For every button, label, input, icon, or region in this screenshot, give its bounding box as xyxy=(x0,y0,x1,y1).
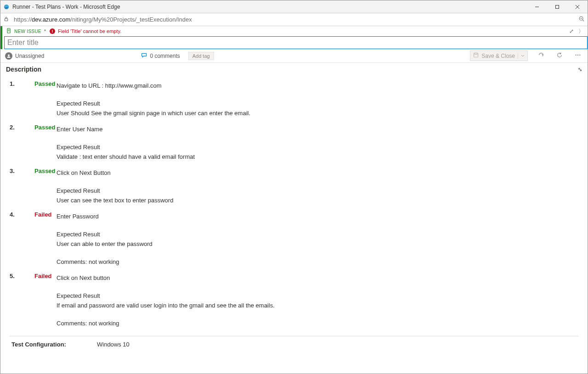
save-icon xyxy=(473,52,479,59)
add-tag-input[interactable]: Add tag xyxy=(188,52,214,60)
expected-result-label: Expected Result xyxy=(57,144,562,151)
next-icon[interactable]: 〉 xyxy=(578,28,584,35)
window-title: Runner - Test Plans - Work - Microsoft E… xyxy=(12,4,527,10)
title-input-wrap xyxy=(4,36,588,49)
close-button[interactable] xyxy=(567,0,588,13)
description-heading: Description xyxy=(6,66,41,73)
step-row: 4.FailedEnter PasswordExpected ResultUse… xyxy=(10,210,578,268)
step-row: 1.PassedNavigate to URL : http://www.gma… xyxy=(10,79,578,119)
expected-result-label: Expected Result xyxy=(57,187,562,194)
step-content: Navigate to URL : http://www.gmail.comEx… xyxy=(57,79,562,119)
save-dropdown-chevron-icon[interactable] xyxy=(518,53,525,59)
issue-type-label: NEW ISSUE xyxy=(14,29,41,34)
maximize-button[interactable] xyxy=(547,0,567,13)
description-header: Description ⤡ xyxy=(0,63,588,76)
meta-row: Unassigned 0 comments Add tag Save & Clo… xyxy=(0,49,588,63)
expected-result-label: Expected Result xyxy=(57,231,562,238)
step-row: 2.PassedEnter User NameExpected ResultVa… xyxy=(10,123,578,163)
expected-result-text: Validate : text enter should have a vali… xyxy=(57,153,562,160)
step-number: 1. xyxy=(10,79,34,119)
expand-icon[interactable]: ⤡ xyxy=(578,67,582,73)
issue-type-icon xyxy=(6,28,11,34)
step-action: Enter User Name xyxy=(57,126,562,133)
collapse-icon[interactable]: ⤢ xyxy=(569,28,574,34)
step-number: 5. xyxy=(10,272,34,329)
error-icon: ! xyxy=(50,28,55,34)
issue-status-bar: NEW ISSUE * ! Field 'Title' cannot be em… xyxy=(2,26,588,36)
minimize-button[interactable] xyxy=(527,0,547,13)
expected-result-text: User Should See the gmail signin page in… xyxy=(57,110,562,117)
step-content: Enter User NameExpected ResultValidate :… xyxy=(57,123,562,163)
svg-rect-14 xyxy=(475,53,477,55)
svg-rect-13 xyxy=(474,53,478,57)
expected-result-label: Expected Result xyxy=(57,292,562,299)
config-value: Windows 10 xyxy=(97,341,130,348)
svg-point-12 xyxy=(8,54,10,56)
svg-point-17 xyxy=(579,55,580,56)
step-status: Passed xyxy=(34,167,57,207)
window-controls xyxy=(527,0,588,13)
more-actions-icon[interactable] xyxy=(573,51,583,61)
svg-rect-5 xyxy=(5,18,8,21)
svg-line-7 xyxy=(582,20,584,21)
expected-result-text: If email and password are valid user log… xyxy=(57,302,562,309)
url-path: /nitingrg/My%20Projects/_testExecution/I… xyxy=(70,16,192,23)
svg-point-15 xyxy=(575,55,576,56)
description-body[interactable]: 1.PassedNavigate to URL : http://www.gma… xyxy=(0,76,588,374)
dirty-marker: * xyxy=(44,28,46,34)
window-titlebar: Runner - Test Plans - Work - Microsoft E… xyxy=(0,0,588,13)
url-host: dev.azure.com xyxy=(32,16,70,23)
issue-header: NEW ISSUE * ! Field 'Title' cannot be em… xyxy=(0,26,588,49)
title-input[interactable] xyxy=(5,37,587,49)
step-number: 2. xyxy=(10,123,34,163)
assignee-picker[interactable]: Unassigned xyxy=(5,52,44,60)
step-content: Click on Next ButtonExpected ResultUser … xyxy=(57,167,562,207)
avatar-icon xyxy=(5,52,12,60)
step-row: 3.PassedClick on Next ButtonExpected Res… xyxy=(10,167,578,207)
step-content: Click on Next buttonExpected ResultIf em… xyxy=(57,272,562,329)
refresh-icon[interactable] xyxy=(554,51,565,61)
step-status: Failed xyxy=(34,210,57,268)
config-label: Test Configuration: xyxy=(11,341,97,348)
step-comments: Comments: not working xyxy=(57,320,562,327)
url-text[interactable]: https://dev.azure.com/nitingrg/My%20Proj… xyxy=(14,16,574,23)
address-bar: https://dev.azure.com/nitingrg/My%20Proj… xyxy=(0,13,588,26)
step-action: Click on Next Button xyxy=(57,169,562,176)
test-config-row: Test Configuration: Windows 10 xyxy=(10,338,578,358)
edge-app-icon xyxy=(3,4,10,10)
step-status: Passed xyxy=(34,123,57,163)
lock-icon xyxy=(3,16,9,23)
step-comments: Comments: not working xyxy=(57,258,562,265)
step-row: 5.FailedClick on Next buttonExpected Res… xyxy=(10,272,578,329)
expected-result-label: Expected Result xyxy=(57,100,562,107)
step-number: 4. xyxy=(10,210,34,268)
step-number: 3. xyxy=(10,167,34,207)
app-window: Runner - Test Plans - Work - Microsoft E… xyxy=(0,0,588,374)
step-action: Click on Next button xyxy=(57,274,562,281)
svg-point-16 xyxy=(577,55,578,56)
zoom-icon[interactable] xyxy=(578,16,585,23)
comments-count: 0 comments xyxy=(150,53,180,59)
step-action: Navigate to URL : http://www.gmail.com xyxy=(57,82,562,89)
comment-icon xyxy=(141,52,147,60)
save-close-label: Save & Close xyxy=(481,53,515,59)
expected-result-text: User can able to enter the password xyxy=(57,240,562,247)
url-prefix: https:// xyxy=(14,16,32,23)
step-action: Enter Password xyxy=(57,213,562,220)
step-status: Passed xyxy=(34,79,57,119)
divider xyxy=(10,336,578,336)
follow-icon[interactable] xyxy=(536,51,546,61)
description-body-wrap: 1.PassedNavigate to URL : http://www.gma… xyxy=(0,76,588,374)
steps-list: 1.PassedNavigate to URL : http://www.gma… xyxy=(10,79,578,329)
step-status: Failed xyxy=(34,272,57,329)
assignee-label: Unassigned xyxy=(15,53,44,59)
step-content: Enter PasswordExpected ResultUser can ab… xyxy=(57,210,562,268)
comments-link[interactable]: 0 comments xyxy=(141,52,180,60)
error-text: Field 'Title' cannot be empty. xyxy=(58,28,121,34)
save-close-button[interactable]: Save & Close xyxy=(470,50,528,61)
expected-result-text: User can see the text box to enter passw… xyxy=(57,197,562,204)
svg-rect-2 xyxy=(556,5,559,8)
